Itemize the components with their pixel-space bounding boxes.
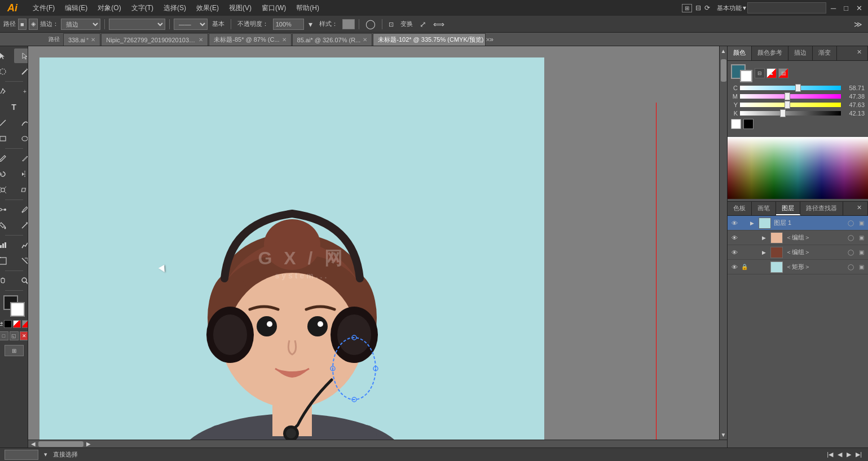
statusbar-arrow-down[interactable]: ▾ xyxy=(43,451,49,458)
vscroll-down-btn[interactable]: ▼ xyxy=(720,431,727,438)
slider-m[interactable] xyxy=(740,94,841,99)
canvas-background[interactable]: G X / 网 system... xyxy=(39,57,544,440)
right-panel-icon[interactable]: ≫ xyxy=(852,19,865,30)
line-tool-btn[interactable] xyxy=(0,116,14,130)
menu-window[interactable]: 窗口(W) xyxy=(257,2,290,14)
arc-tool-btn[interactable] xyxy=(14,116,28,130)
pen-tool-btn[interactable] xyxy=(0,84,14,99)
ltab-brush[interactable]: 画笔 xyxy=(752,202,776,215)
opacity-circle-btn[interactable]: ◯ xyxy=(363,19,378,30)
layer-2-visibility[interactable]: 👁 xyxy=(730,249,739,256)
tab-3[interactable]: 85.ai* @ 326.07% (R... ✕ xyxy=(292,33,373,46)
rtab-color[interactable]: 颜色 xyxy=(728,46,752,60)
layer-row-0[interactable]: 👁 ▶ 图层 1 ◯ ▣ xyxy=(728,216,868,230)
nav-page-end[interactable]: ▶| xyxy=(854,451,863,458)
reflect-tool-btn[interactable] xyxy=(14,167,28,181)
menu-object[interactable]: 对象(O) xyxy=(93,2,125,14)
arrange-icon[interactable]: ⟺ xyxy=(431,19,447,30)
layer-0-sel[interactable]: ▣ xyxy=(857,220,866,226)
ltab-pathfinder[interactable]: 路径查找器 xyxy=(800,202,843,215)
layer-row-2[interactable]: 👁 ▶ ＜编组＞ ◯ ▣ xyxy=(728,245,868,260)
zoom-tool-btn[interactable] xyxy=(14,273,28,288)
workspace-selector[interactable]: 基本功能 ▾ xyxy=(717,4,746,12)
eyedropper-tool-btn[interactable] xyxy=(14,202,28,217)
nav-page-next[interactable]: ▶ xyxy=(845,451,853,458)
hscroll-thumb[interactable] xyxy=(38,441,83,447)
color-none-icon[interactable] xyxy=(4,320,12,328)
magic-wand-btn[interactable] xyxy=(14,64,28,79)
blend-tool-btn[interactable] xyxy=(0,202,14,217)
tab-0-close[interactable]: ✕ xyxy=(91,37,95,43)
color-gradient-picker[interactable] xyxy=(728,137,868,199)
menubar-icon-grid[interactable]: ⊞ xyxy=(682,4,692,12)
rotate-tool-btn[interactable] xyxy=(0,167,14,181)
tab-1[interactable]: Nipic_7262799_20190920103330028031.ai ✕ xyxy=(101,33,208,46)
shape-fill-btn[interactable]: ◈ xyxy=(29,19,38,30)
color-icon-2[interactable]: ▲ xyxy=(766,68,777,78)
layer-1-expand[interactable]: ▶ xyxy=(762,235,769,241)
menu-text[interactable]: 文字(T) xyxy=(127,2,158,14)
opacity-input[interactable] xyxy=(273,19,304,30)
minimize-button[interactable]: ─ xyxy=(827,4,839,12)
opacity-expand-btn[interactable]: ▾ xyxy=(306,19,315,30)
rect-tool-btn[interactable] xyxy=(0,131,14,146)
tab-2-close[interactable]: ✕ xyxy=(282,37,287,43)
normal-mode-btn[interactable]: □ xyxy=(0,331,8,340)
layer-1-visibility[interactable]: 👁 xyxy=(730,234,739,241)
slider-y[interactable] xyxy=(740,103,841,107)
statusbar-zoom-input[interactable] xyxy=(5,450,38,460)
options-btn1[interactable]: ⊡ xyxy=(386,19,396,30)
layer-0-expand[interactable]: ▶ xyxy=(750,220,757,226)
menubar-icon-arrange[interactable]: ⊟ xyxy=(695,4,701,12)
direct-select-tool-btn[interactable] xyxy=(14,48,28,63)
background-color[interactable] xyxy=(10,302,25,317)
lasso-tool-btn[interactable] xyxy=(0,64,14,79)
menu-effect[interactable]: 效果(E) xyxy=(192,2,223,14)
tab-3-close[interactable]: ✕ xyxy=(363,37,367,43)
ltab-swatches[interactable]: 色板 xyxy=(728,202,752,215)
multiply-mode-btn[interactable]: ✕ xyxy=(20,331,29,340)
ltab-layers[interactable]: 图层 xyxy=(776,202,800,215)
color-icon-1[interactable]: ⊟ xyxy=(755,68,765,78)
artboard-tool-btn[interactable] xyxy=(0,254,14,268)
swap-colors-btn[interactable]: ⇄ xyxy=(0,321,3,328)
add-anchor-btn[interactable]: + xyxy=(14,84,28,99)
layer-3-vis[interactable]: ◯ xyxy=(846,264,855,270)
layer-3-sel[interactable]: ▣ xyxy=(857,264,866,270)
measure-tool-btn[interactable] xyxy=(14,218,28,233)
search-input[interactable] xyxy=(747,2,826,14)
stroke-select[interactable]: 描边 xyxy=(61,19,100,30)
rtab-gradient[interactable]: 渐变 xyxy=(813,46,837,60)
graph-tool-btn[interactable] xyxy=(0,238,14,252)
pencil-tool-btn[interactable] xyxy=(14,151,28,166)
close-button[interactable]: ✕ xyxy=(853,4,866,12)
shear-tool-btn[interactable] xyxy=(14,183,28,197)
canvas-hscroll[interactable]: ◀ ▶ xyxy=(28,440,727,447)
layer-1-vis[interactable]: ◯ xyxy=(846,234,855,241)
maximize-button[interactable]: □ xyxy=(840,4,852,12)
color-mesh-icon[interactable] xyxy=(22,320,28,328)
menu-view[interactable]: 视图(V) xyxy=(224,2,256,14)
tab-0[interactable]: 338.ai * ✕ xyxy=(63,33,100,46)
layer-row-3[interactable]: 👁 🔒 ＜矩形＞ ◯ ▣ xyxy=(728,260,868,274)
shape-rect-btn[interactable]: ■ xyxy=(18,19,27,30)
canvas-area[interactable]: G X / 网 system... xyxy=(28,46,719,440)
nav-page-prev[interactable]: ◀ xyxy=(836,451,844,458)
color-gradient-icon[interactable] xyxy=(13,320,21,328)
menu-edit[interactable]: 编辑(E) xyxy=(60,2,92,14)
rtab-color-ref[interactable]: 颜色参考 xyxy=(752,46,788,60)
tab-2[interactable]: 未标题-85* @ 87% (C... ✕ xyxy=(209,33,291,46)
vscroll-thumb[interactable] xyxy=(721,59,726,82)
menu-help[interactable]: 帮助(H) xyxy=(292,2,324,14)
stroke-color-swatch[interactable] xyxy=(740,70,752,82)
rtab-stroke[interactable]: 描边 xyxy=(788,46,813,60)
stroke-width-select[interactable]: —— xyxy=(174,19,208,30)
text-tool-btn[interactable]: T xyxy=(3,100,25,114)
tab-4[interactable]: 未标题-102* @ 335.75% (CMYK/预览) ✕ xyxy=(373,33,486,46)
select-tool-btn[interactable] xyxy=(0,48,14,63)
hscroll-left-btn[interactable]: ◀ xyxy=(30,440,36,447)
tab-1-close[interactable]: ✕ xyxy=(199,37,203,43)
layer-3-lock[interactable]: 🔒 xyxy=(741,264,748,270)
layer-2-expand[interactable]: ▶ xyxy=(762,250,769,255)
nav-page-first[interactable]: |◀ xyxy=(825,451,835,458)
